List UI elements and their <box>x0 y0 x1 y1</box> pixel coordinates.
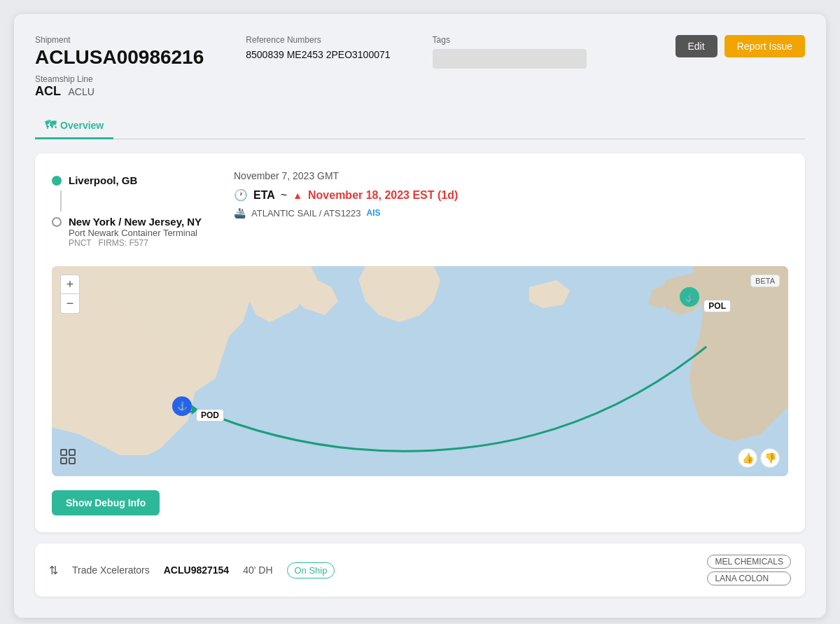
pod-marker: ⚓ POD <box>171 396 224 422</box>
clock-icon: 🕐 <box>234 188 248 202</box>
tab-overview[interactable]: 🗺 Overview <box>35 113 113 139</box>
cargo-company: Trade Xcelerators <box>72 564 150 576</box>
eta-section: November 7, 2023 GMT 🕐 ETA ~ ▲ November … <box>234 170 788 252</box>
tab-overview-label: Overview <box>60 120 104 131</box>
eta-line: 🕐 ETA ~ ▲ November 18, 2023 EST (1d) <box>234 188 788 202</box>
shipment-id: ACLUSA00986216 <box>35 46 204 69</box>
vessel-name: ATLANTIC SAIL / ATS1223 <box>251 208 361 219</box>
pod-label: POD <box>196 409 224 422</box>
dest-code-row: PNCT FIRMS: F577 <box>69 238 202 248</box>
svg-text:⚓: ⚓ <box>685 292 695 303</box>
zoom-out-button[interactable]: − <box>60 294 80 314</box>
departure-date: November 7, 2023 GMT <box>234 170 788 181</box>
cargo-row: ⇅ Trade Xcelerators ACLU9827154 40' DH O… <box>35 543 805 597</box>
shipment-label: Shipment <box>35 35 204 45</box>
steamship-code: ACLU <box>68 86 94 97</box>
ref-label: Reference Numbers <box>246 35 390 45</box>
steamship-value-row: ACL ACLU <box>35 84 204 99</box>
route-connector <box>60 190 62 212</box>
svg-rect-8 <box>61 458 66 464</box>
pol-label: POL <box>704 300 731 312</box>
svg-rect-9 <box>69 458 75 464</box>
dest-terminal: Port Newark Container Terminal <box>69 228 202 238</box>
pol-marker: ⚓ POL <box>678 287 731 312</box>
edit-button[interactable]: Edit <box>676 35 718 57</box>
tags-label: Tags <box>433 35 587 45</box>
eta-date: November 18, 2023 EST (1d) <box>308 189 458 202</box>
report-issue-button[interactable]: Report Issue <box>724 35 805 57</box>
map-controls: + − <box>60 275 80 314</box>
eta-tilde: ~ <box>281 189 287 202</box>
svg-rect-7 <box>69 450 75 455</box>
page-container: Shipment ACLUSA00986216 Steamship Line A… <box>14 14 826 618</box>
origin-dot <box>52 176 62 186</box>
route-points: Liverpool, GB New York / New Jersey, NY … <box>52 170 206 252</box>
fullscreen-button[interactable] <box>60 449 76 468</box>
steamship-name: ACL <box>35 84 61 98</box>
on-ship-badge: On Ship <box>287 562 335 578</box>
dest-dot <box>52 217 62 227</box>
map-feedback: 👍 👎 <box>738 448 780 468</box>
debug-button[interactable]: Show Debug Info <box>52 490 160 515</box>
map-icon: 🗺 <box>45 119 56 132</box>
shipment-block: Shipment ACLUSA00986216 Steamship Line A… <box>35 35 204 99</box>
vessel-line: 🚢 ATLANTIC SAIL / ATS1223 AIS <box>234 207 788 219</box>
steamship-label: Steamship Line <box>35 74 204 84</box>
cargo-tags: MEL CHEMICALS LANA COLON <box>707 555 791 585</box>
thumbs-down-button[interactable]: 👎 <box>760 448 780 468</box>
thumbs-up-button[interactable]: 👍 <box>738 448 757 468</box>
header-section: Shipment ACLUSA00986216 Steamship Line A… <box>35 35 805 99</box>
svg-rect-6 <box>61 450 66 455</box>
svg-text:⚓: ⚓ <box>177 401 188 411</box>
origin-point: Liverpool, GB <box>52 170 206 190</box>
tabs-bar: 🗺 Overview <box>35 113 805 139</box>
dest-info: New York / New Jersey, NY Port Newark Co… <box>69 216 202 248</box>
cargo-tag-2: LANA COLON <box>707 571 791 585</box>
map-svg <box>52 266 788 476</box>
beta-badge: BETA <box>750 275 780 287</box>
eta-label: ETA <box>253 189 275 202</box>
ref-values: 8500839 ME2453 2PEO3100071 <box>246 49 390 60</box>
expand-icon[interactable]: ⇅ <box>49 564 58 577</box>
svg-rect-0 <box>52 266 788 476</box>
ais-badge[interactable]: AIS <box>367 208 381 218</box>
dest-point: New York / New Jersey, NY Port Newark Co… <box>52 212 206 252</box>
dest-city: New York / New Jersey, NY <box>69 216 202 228</box>
ref-block: Reference Numbers 8500839 ME2453 2PEO310… <box>246 35 390 60</box>
dest-code: PNCT <box>69 238 91 248</box>
map-background: + − BETA ⚓ POD <box>52 266 788 476</box>
dest-firms: FIRMS: F577 <box>98 238 148 248</box>
eta-up-arrow: ▲ <box>293 190 302 201</box>
zoom-in-button[interactable]: + <box>60 275 80 294</box>
origin-city: Liverpool, GB <box>69 174 137 186</box>
vessel-icon: 🚢 <box>234 207 246 219</box>
cargo-id: ACLU9827154 <box>164 564 229 576</box>
tags-input[interactable] <box>433 49 587 69</box>
cargo-type: 40' DH <box>243 564 272 576</box>
cargo-tag-1: MEL CHEMICALS <box>707 555 791 569</box>
header-actions: Edit Report Issue <box>676 35 806 57</box>
main-card: Liverpool, GB New York / New Jersey, NY … <box>35 153 805 532</box>
tags-block: Tags <box>433 35 587 69</box>
route-section: Liverpool, GB New York / New Jersey, NY … <box>52 170 788 252</box>
map-container: + − BETA ⚓ POD <box>52 266 788 476</box>
